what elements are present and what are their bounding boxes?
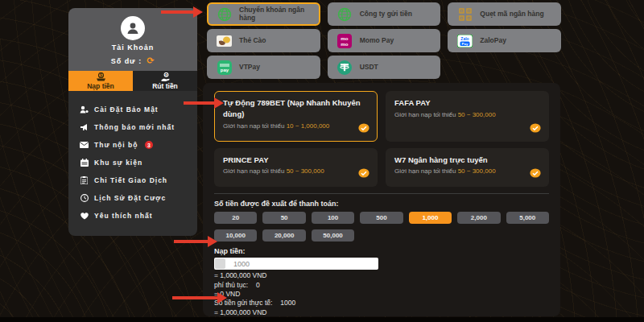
amount-option[interactable]: 5,000 bbox=[506, 212, 549, 224]
payment-method-grid: Chuyển khoản ngân hàng Công ty gửi tiền … bbox=[207, 2, 561, 79]
check-icon bbox=[530, 167, 541, 181]
vtpay-icon: pay bbox=[217, 60, 232, 75]
calendar-icon bbox=[80, 159, 89, 167]
sidebar-item-security[interactable]: Cài Đặt Bảo Mật bbox=[68, 101, 197, 118]
payment-method-momo[interactable]: momo Momo Pay bbox=[328, 29, 441, 52]
deposit-amount-label: Nạp tiền: bbox=[214, 247, 549, 255]
svg-text:Zalo: Zalo bbox=[461, 36, 469, 41]
amount-option[interactable]: 2,000 bbox=[457, 212, 500, 224]
channel-w7-bank[interactable]: W7 Ngân hàng trực tuyến Giới hạn nạp tối… bbox=[386, 148, 549, 188]
sidebar-item-bet-history[interactable]: Lịch Sử Đặt Cược bbox=[68, 189, 197, 207]
section-divider bbox=[214, 193, 549, 194]
channel-auto-789bet[interactable]: Tự Động 789BET (Nạp Nhanh Khuyên dùng) G… bbox=[214, 91, 378, 142]
svg-text:mo: mo bbox=[341, 40, 349, 46]
momo-icon: momo bbox=[337, 33, 353, 48]
actual-value: 1000 bbox=[280, 299, 295, 307]
svg-text:pay: pay bbox=[220, 67, 229, 72]
deposit-panel: Tự Động 789BET (Nạp Nhanh Khuyên dùng) G… bbox=[203, 83, 560, 316]
clipboard-icon bbox=[80, 176, 89, 184]
amount-option[interactable]: 100 bbox=[312, 212, 354, 224]
sidebar-item-favorites[interactable]: Yêu thích nhất bbox=[68, 207, 197, 225]
converted-amount: = 1,000,000 VND bbox=[214, 271, 549, 279]
fee-value: 0 bbox=[256, 281, 260, 289]
tab-deposit[interactable]: $ Nạp tiền bbox=[68, 71, 133, 91]
pointer-arrow-payment-method bbox=[161, 10, 193, 14]
fee-converted: = 0 VND bbox=[214, 290, 549, 298]
payment-method-remittance[interactable]: Công ty gửi tiền bbox=[328, 2, 441, 26]
payment-method-qr-bank[interactable]: Quẹt mã ngân hàng bbox=[448, 2, 561, 26]
deposit-amount-input[interactable] bbox=[225, 260, 346, 268]
payment-method-usdt[interactable]: USDT bbox=[328, 56, 441, 79]
envelope-icon bbox=[80, 142, 89, 148]
globe-icon bbox=[217, 6, 232, 22]
pointer-arrow-channel bbox=[184, 101, 214, 105]
input-spinner[interactable] bbox=[215, 258, 225, 269]
scratch-card-icon bbox=[217, 33, 232, 48]
payment-method-scratch-card[interactable]: Thẻ Cào bbox=[207, 29, 320, 52]
avatar[interactable] bbox=[121, 16, 145, 40]
account-header: Tài Khoản Số dư :⟳ bbox=[68, 8, 197, 71]
channel-limit-range: 50 ~ 300,000 bbox=[458, 167, 496, 175]
conversion-summary: = 1,000,000 VND phí thủ tục:0 = 0 VND Số… bbox=[214, 271, 549, 316]
channel-fafa-pay[interactable]: FAFA PAY Giới hạn nạp tối thiểu 50 ~ 300… bbox=[386, 91, 549, 142]
sidebar-item-notifications[interactable]: Thông báo mới nhất bbox=[68, 118, 197, 136]
deposit-coin-icon: $ bbox=[96, 72, 106, 81]
sidebar-item-transactions[interactable]: Chi Tiết Giao Dịch bbox=[68, 171, 197, 189]
user-gear-icon bbox=[80, 105, 89, 114]
qr-code-icon bbox=[457, 6, 473, 22]
balance-row: Số dư :⟳ bbox=[68, 56, 197, 66]
usdt-icon bbox=[337, 60, 353, 75]
actual-converted: = 1,000,000 VND bbox=[214, 308, 549, 316]
account-name: Tài Khoản bbox=[68, 43, 197, 52]
bottom-strip bbox=[0, 317, 644, 322]
account-sidebar: Tài Khoản Số dư :⟳ $ Nạp tiền $ Rút tiền… bbox=[68, 8, 197, 236]
channel-grid: Tự Động 789BET (Nạp Nhanh Khuyên dùng) G… bbox=[214, 91, 549, 187]
inbox-count-badge: 3 bbox=[145, 141, 153, 149]
amount-option[interactable]: 20 bbox=[214, 212, 257, 224]
check-icon bbox=[530, 122, 541, 136]
payment-method-vtpay[interactable]: pay VTPay bbox=[207, 56, 320, 79]
amount-option[interactable]: 10,000 bbox=[214, 229, 257, 242]
tab-withdraw[interactable]: $ Rút tiền bbox=[133, 71, 197, 91]
sidebar-menu: Cài Đặt Bảo Mật Thông báo mới nhất Thư n… bbox=[68, 91, 197, 236]
refresh-balance-icon[interactable]: ⟳ bbox=[147, 56, 155, 65]
withdraw-hand-icon: $ bbox=[160, 72, 171, 81]
sidebar-item-inbox[interactable]: Thư nội bộ 3 bbox=[68, 136, 197, 154]
svg-text:Pay: Pay bbox=[462, 42, 469, 46]
wallet-tabs: $ Nạp tiền $ Rút tiền bbox=[68, 71, 197, 91]
pointer-arrow-input bbox=[174, 240, 208, 243]
amount-option[interactable]: 20,000 bbox=[262, 229, 305, 242]
pointer-arrow-pay-button bbox=[172, 296, 217, 299]
history-clock-icon bbox=[80, 194, 89, 202]
megaphone-icon bbox=[80, 123, 89, 131]
amount-options-row1: 20 50 100 500 1,000 2,000 5,000 bbox=[214, 212, 549, 224]
channel-limit-range: 50 ~ 300,000 bbox=[287, 167, 324, 175]
amount-option[interactable]: 50,000 bbox=[312, 229, 354, 242]
svg-text:$: $ bbox=[100, 73, 102, 78]
sidebar-item-events[interactable]: Khu sự kiện bbox=[68, 154, 197, 171]
deposit-input-wrap bbox=[214, 258, 378, 270]
actual-row: Số tiền gửi thực tế:1000 bbox=[214, 299, 549, 307]
globe-icon bbox=[337, 6, 353, 22]
channel-limit-range: 50 ~ 300,000 bbox=[458, 111, 496, 118]
check-icon bbox=[358, 167, 369, 181]
user-icon bbox=[125, 20, 141, 36]
fee-row: phí thủ tục:0 bbox=[214, 281, 549, 289]
amount-option-selected[interactable]: 1,000 bbox=[409, 212, 452, 224]
channel-prince-pay[interactable]: PRINCE PAY Giới hạn nạp tối thiểu 50 ~ 3… bbox=[214, 148, 378, 188]
check-icon bbox=[358, 122, 369, 136]
channel-limit-range: 10 ~ 1,000,000 bbox=[287, 122, 330, 130]
zalopay-icon: ZaloPay bbox=[457, 33, 473, 48]
amount-option[interactable]: 50 bbox=[262, 212, 305, 224]
payment-method-bank-transfer[interactable]: Chuyển khoản ngân hàng bbox=[207, 2, 320, 26]
suggested-amount-title: Số tiền được đề xuất để thanh toán: bbox=[214, 200, 549, 208]
heart-icon bbox=[80, 213, 89, 220]
amount-option[interactable]: 500 bbox=[360, 212, 402, 224]
payment-method-zalopay[interactable]: ZaloPay ZaloPay bbox=[448, 29, 561, 52]
amount-options-row2: 10,000 20,000 50,000 bbox=[214, 229, 549, 242]
